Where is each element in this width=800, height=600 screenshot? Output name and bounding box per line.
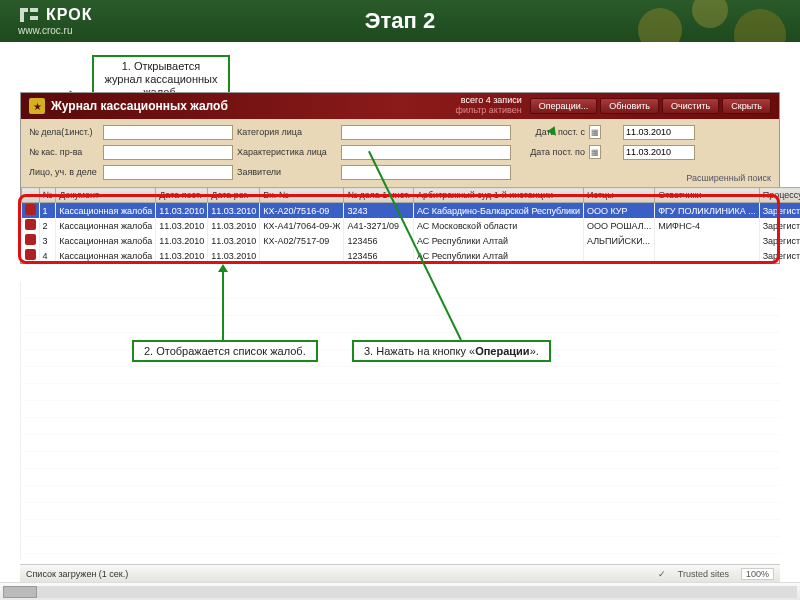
- cell-document: Кассационная жалоба: [56, 233, 156, 248]
- cell-court: АС Кабардино-Балкарской Республики: [413, 203, 583, 219]
- app-window: ★ Журнал кассационных жалоб всего 4 запи…: [20, 92, 780, 264]
- cell-date-post: 11.03.2010: [156, 218, 208, 233]
- cell-plaintiff: [583, 248, 654, 263]
- trusted-sites-label: Trusted sites: [678, 569, 729, 579]
- col-proc-state[interactable]: Процессуальное состоя...: [759, 188, 800, 203]
- col-date-reg[interactable]: Дата рег.: [208, 188, 260, 203]
- window-title: Журнал кассационных жалоб: [51, 99, 456, 113]
- svg-point-1: [692, 0, 728, 28]
- cell-plaintiff: ООО КУР: [583, 203, 654, 219]
- input-kas-proc[interactable]: [103, 145, 233, 160]
- input-date-to[interactable]: [623, 145, 695, 160]
- cell-date-post: 11.03.2010: [156, 233, 208, 248]
- cell-vx: КХ-А02/7517-09: [260, 233, 344, 248]
- scrollbar-thumb[interactable]: [3, 586, 37, 598]
- hide-button[interactable]: Скрыть: [722, 98, 771, 114]
- label-category: Категория лица: [237, 127, 337, 137]
- cell-state: Зарегистрировано: [759, 248, 800, 263]
- scrollbar-track[interactable]: [3, 586, 797, 598]
- operations-button[interactable]: Операции...: [530, 98, 598, 114]
- cell-state: Зарегистрировано: [759, 233, 800, 248]
- cell-document: Кассационная жалоба: [56, 248, 156, 263]
- col-date-post[interactable]: Дата пост.: [156, 188, 208, 203]
- cell-number: 1: [39, 203, 56, 219]
- refresh-button[interactable]: Обновить: [600, 98, 659, 114]
- cell-date-reg: 11.03.2010: [208, 233, 260, 248]
- col-plaintiffs[interactable]: Истцы: [583, 188, 654, 203]
- cell-vx: КХ-А20/7516-09: [260, 203, 344, 219]
- input-person[interactable]: [103, 165, 233, 180]
- croc-logo-icon: [18, 6, 40, 24]
- decorative-spheres: [620, 0, 800, 42]
- filter-panel: № дела(1инст.) Категория лица Дата пост.…: [21, 119, 779, 187]
- cell-document: Кассационная жалоба: [56, 218, 156, 233]
- cell-date-post: 11.03.2010: [156, 248, 208, 263]
- callout-2-arrow-icon: [218, 264, 228, 272]
- brand-url: www.croc.ru: [18, 26, 92, 36]
- cell-court: АС Республики Алтай: [413, 248, 583, 263]
- cell-number: 3: [39, 233, 56, 248]
- callout-2: 2. Отображается список жалоб.: [132, 340, 318, 362]
- cell-defendant: [655, 233, 760, 248]
- cell-date-post: 11.03.2010: [156, 203, 208, 219]
- row-status-icon: [25, 249, 36, 260]
- input-category[interactable]: [341, 125, 511, 140]
- input-applicants[interactable]: [341, 165, 511, 180]
- cell-plaintiff: ООО РОШАЛ...: [583, 218, 654, 233]
- label-date-to: Дата пост. по: [515, 147, 585, 157]
- col-defendants[interactable]: Ответчики: [655, 188, 760, 203]
- status-bar: Список загружен (1 сек.) ✓ Trusted sites…: [20, 564, 780, 582]
- record-count: всего 4 записи фильтр активен: [456, 96, 522, 116]
- brand-logo: КРОК www.croc.ru: [18, 6, 92, 36]
- cell-date-reg: 11.03.2010: [208, 203, 260, 219]
- svg-point-2: [734, 9, 786, 42]
- col-number[interactable]: №: [39, 188, 56, 203]
- label-characteristic: Характеристика лица: [237, 147, 337, 157]
- cell-document: Кассационная жалоба: [56, 203, 156, 219]
- bottom-scrollbar[interactable]: [0, 582, 800, 600]
- label-applicants: Заявители: [237, 167, 337, 177]
- complaints-table: № Документ Дата пост. Дата рег. Вх. № № …: [21, 187, 800, 263]
- brand-bar: КРОК www.croc.ru Этап 2: [0, 0, 800, 42]
- table-row[interactable]: 4Кассационная жалоба11.03.201011.03.2010…: [22, 248, 801, 263]
- cell-number: 2: [39, 218, 56, 233]
- row-status-icon: [25, 234, 36, 245]
- cell-number: 4: [39, 248, 56, 263]
- zoom-level[interactable]: 100%: [741, 568, 774, 580]
- col-icon[interactable]: [22, 188, 40, 203]
- row-status-icon: [25, 219, 36, 230]
- cell-plaintiff: АЛЬПИЙСКИ...: [583, 233, 654, 248]
- header-buttons: Операции... Обновить Очистить Скрыть: [530, 98, 771, 114]
- cell-date-reg: 11.03.2010: [208, 218, 260, 233]
- cell-caseno: 123456: [344, 248, 414, 263]
- status-right: ✓ Trusted sites 100%: [658, 568, 774, 580]
- cell-court: АС Московской области: [413, 218, 583, 233]
- col-case-1inst[interactable]: № дела 1 инст.: [344, 188, 414, 203]
- input-date-from[interactable]: [623, 125, 695, 140]
- status-text: Список загружен (1 сек.): [26, 569, 128, 579]
- col-vx-number[interactable]: Вх. №: [260, 188, 344, 203]
- input-characteristic[interactable]: [341, 145, 511, 160]
- col-document[interactable]: Документ: [56, 188, 156, 203]
- cell-defendant: [655, 248, 760, 263]
- cell-state: Зарегистрировано: [759, 203, 800, 219]
- svg-point-0: [638, 8, 682, 42]
- cell-caseno: 3243: [344, 203, 414, 219]
- callout-2-line: [222, 272, 224, 340]
- calendar-from-icon[interactable]: ▦: [589, 125, 601, 139]
- cell-defendant: МИФНС-4: [655, 218, 760, 233]
- col-court[interactable]: Арбитражный суд 1-й инстанции: [413, 188, 583, 203]
- star-icon: ★: [29, 98, 45, 114]
- brand-name: КРОК: [46, 7, 92, 23]
- calendar-to-icon[interactable]: ▦: [589, 145, 601, 159]
- advanced-search-link[interactable]: Расширенный поиск: [686, 173, 771, 183]
- table-row[interactable]: 2Кассационная жалоба11.03.201011.03.2010…: [22, 218, 801, 233]
- clear-button[interactable]: Очистить: [662, 98, 719, 114]
- label-case-number: № дела(1инст.): [29, 127, 99, 137]
- row-status-icon: [25, 204, 36, 215]
- input-case-number[interactable]: [103, 125, 233, 140]
- cell-vx: [260, 248, 344, 263]
- trusted-sites-icon: ✓: [658, 569, 666, 579]
- cell-caseno: 123456: [344, 233, 414, 248]
- table-row[interactable]: 1Кассационная жалоба11.03.201011.03.2010…: [22, 203, 801, 219]
